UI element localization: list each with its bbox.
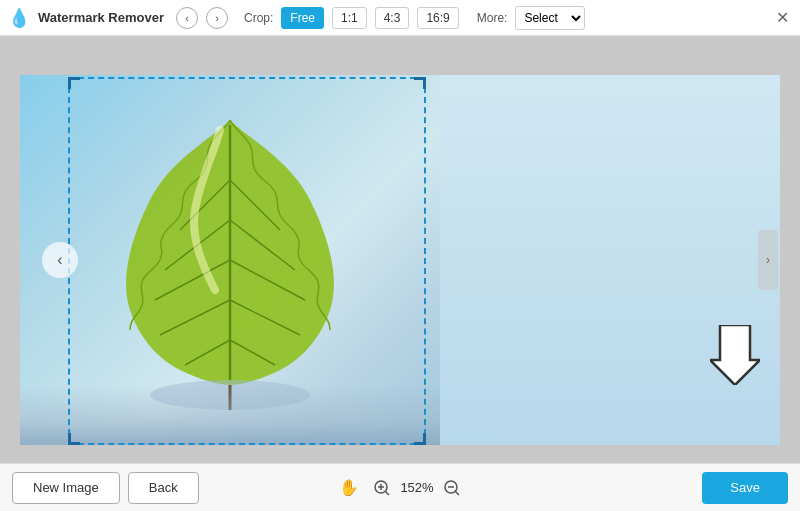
- close-button[interactable]: ✕: [772, 8, 792, 28]
- bottom-left-buttons: New Image Back: [12, 472, 199, 504]
- canvas-area: ‹ ›: [0, 36, 800, 463]
- crop-label: Crop:: [244, 11, 273, 25]
- down-arrow-annotation: [710, 325, 760, 385]
- new-image-button[interactable]: New Image: [12, 472, 120, 504]
- svg-line-17: [386, 491, 390, 495]
- leaf-image: [90, 100, 370, 420]
- zoom-percent: 152%: [397, 480, 437, 495]
- select-dropdown[interactable]: Select Lasso Brush: [515, 6, 585, 30]
- zoom-out-button[interactable]: [443, 479, 461, 497]
- crop-free-button[interactable]: Free: [281, 7, 324, 29]
- crop-16-9-button[interactable]: 16:9: [417, 7, 458, 29]
- image-container: ‹ ›: [20, 75, 780, 445]
- more-label: More:: [477, 11, 508, 25]
- forward-nav-button[interactable]: ›: [206, 7, 228, 29]
- hand-tool-icon[interactable]: ✋: [339, 478, 359, 497]
- right-panel: [440, 75, 780, 445]
- bottom-toolbar: New Image Back ✋ 152% Save: [0, 463, 800, 511]
- back-nav-button[interactable]: ‹: [176, 7, 198, 29]
- zoom-in-button[interactable]: [373, 479, 391, 497]
- right-scroll-indicator[interactable]: ›: [758, 230, 778, 290]
- titlebar: 💧 Watermark Remover ‹ › Crop: Free 1:1 4…: [0, 0, 800, 36]
- svg-marker-13: [710, 325, 760, 385]
- crop-4-3-button[interactable]: 4:3: [375, 7, 410, 29]
- zoom-controls: ✋ 152%: [339, 478, 461, 497]
- app-title: Watermark Remover: [38, 10, 164, 25]
- svg-line-20: [456, 491, 460, 495]
- app-logo: 💧: [8, 7, 30, 29]
- leaf-background: [20, 75, 440, 445]
- ground-area: [20, 385, 440, 445]
- save-button[interactable]: Save: [702, 472, 788, 504]
- back-button[interactable]: Back: [128, 472, 199, 504]
- left-panel: [20, 75, 440, 445]
- prev-arrow-button[interactable]: ‹: [42, 242, 78, 278]
- crop-1-1-button[interactable]: 1:1: [332, 7, 367, 29]
